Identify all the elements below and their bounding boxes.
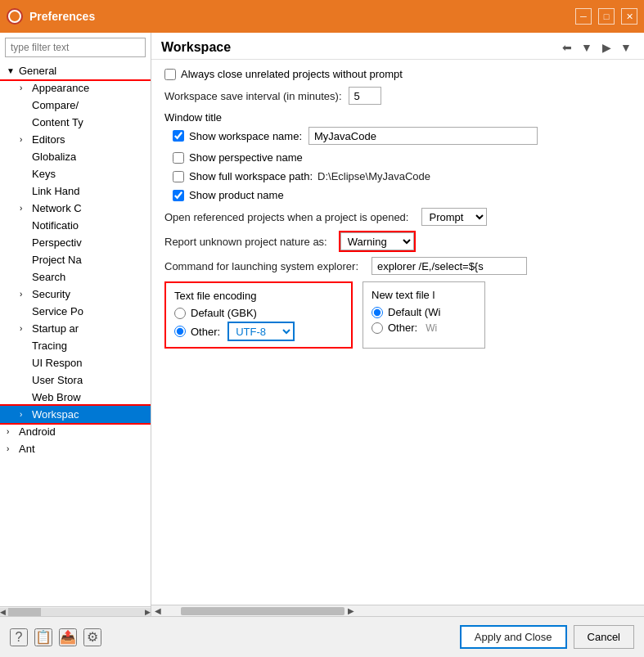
encoding-dropdown[interactable]: UTF-8 UTF-16 ISO-8859-1 GBK xyxy=(228,322,294,340)
show-productname-text: Show product name xyxy=(189,189,284,201)
report-unknown-dropdown[interactable]: Warning Error Ignore xyxy=(340,232,414,250)
sidebar-item-linkhand[interactable]: Link Hand xyxy=(0,182,151,200)
sidebar-item-editors[interactable]: ›Editors xyxy=(0,131,151,148)
sidebar-item-notifications[interactable]: Notificatio xyxy=(0,217,151,234)
sidebar-item-projectname[interactable]: Project Na xyxy=(0,251,151,268)
content-horizontal-scrollbar[interactable]: ◀ ▶ xyxy=(151,605,644,616)
sidebar-item-compare[interactable]: Compare/ xyxy=(0,97,151,114)
open-referenced-label: Open referenced projects when a project … xyxy=(164,211,408,223)
show-fullpath-row: Show full workspace path: D:\Eclipse\MyJ… xyxy=(173,170,631,182)
show-fullpath-label[interactable]: Show full workspace path: xyxy=(173,170,313,182)
show-workspace-label[interactable]: Show workspace name: xyxy=(173,130,302,142)
sidebar-item-uiresponse[interactable]: UI Respon xyxy=(0,354,151,371)
sidebar-item-android[interactable]: ›Android xyxy=(0,423,151,440)
show-workspace-row: Show workspace name: xyxy=(173,127,631,145)
sidebar-item-webbrow[interactable]: Web Brow xyxy=(0,389,151,406)
minimize-button[interactable]: ─ xyxy=(575,8,592,25)
arrow-icon: › xyxy=(7,444,16,453)
show-perspective-row: Show perspective name xyxy=(173,151,631,164)
sidebar-item-perspectives[interactable]: Perspectiv xyxy=(0,234,151,251)
show-productname-label[interactable]: Show product name xyxy=(173,189,284,201)
new-text-file-box: New text file l Default (Wi Other: Wi xyxy=(363,281,485,349)
main-container: ▼General›AppearanceCompare/Content Ty›Ed… xyxy=(0,33,644,616)
other-encoding-row: Other: UTF-8 UTF-16 ISO-8859-1 GBK xyxy=(174,322,343,340)
dropdown-icon[interactable]: ▶ xyxy=(598,39,615,56)
show-fullpath-checkbox[interactable] xyxy=(173,171,184,182)
scroll-left-arrow[interactable]: ◀ xyxy=(151,606,164,615)
maximize-button[interactable]: □ xyxy=(598,8,615,25)
always-close-checkbox[interactable] xyxy=(164,69,176,80)
new-text-other-value: Wi xyxy=(426,322,437,334)
show-perspective-text: Show perspective name xyxy=(189,151,303,164)
report-unknown-label: Report unknown project nature as: xyxy=(164,236,327,248)
sidebar-item-contenttype[interactable]: Content Ty xyxy=(0,114,151,131)
help-icon[interactable]: ? xyxy=(10,628,28,646)
sidebar-item-servicepo[interactable]: Service Po xyxy=(0,303,151,320)
sidebar-item-label: General xyxy=(19,65,56,77)
sidebar-item-userstorage[interactable]: User Stora xyxy=(0,371,151,389)
sidebar-item-general[interactable]: ▼General xyxy=(0,62,151,79)
always-close-label[interactable]: Always close unrelated projects without … xyxy=(164,68,403,80)
save-interval-input[interactable] xyxy=(349,87,381,105)
scroll-right-arrow[interactable]: ▶ xyxy=(345,606,358,615)
scroll-thumb[interactable] xyxy=(181,607,345,615)
arrow-icon: › xyxy=(20,324,29,333)
new-text-default-label[interactable]: Default (Wi xyxy=(388,306,440,318)
open-referenced-row: Open referenced projects when a project … xyxy=(164,208,631,226)
other-encoding-radio[interactable] xyxy=(174,326,186,337)
sidebar-item-label: Keys xyxy=(32,168,56,180)
show-perspective-checkbox[interactable] xyxy=(173,152,184,164)
sidebar-item-label: Workspac xyxy=(32,408,79,421)
default-encoding-label[interactable]: Default (GBK) xyxy=(191,307,257,319)
new-text-default-radio[interactable] xyxy=(372,307,383,318)
show-workspace-checkbox[interactable] xyxy=(173,130,184,142)
window-title-section: Window title Show workspace name: xyxy=(164,111,631,201)
new-text-default-row: Default (Wi xyxy=(372,306,476,318)
app-icon xyxy=(7,8,23,25)
default-encoding-row: Default (GBK) xyxy=(174,307,343,319)
sidebar-item-label: Perspectiv xyxy=(32,236,82,249)
sidebar-item-startupar[interactable]: ›Startup ar xyxy=(0,320,151,337)
show-workspace-text: Show workspace name: xyxy=(189,130,302,142)
default-encoding-radio[interactable] xyxy=(174,308,186,319)
show-productname-checkbox[interactable] xyxy=(173,190,184,201)
sidebar-item-label: UI Respon xyxy=(32,357,82,369)
sidebar-item-workspace[interactable]: ›Workspac xyxy=(0,406,151,423)
sidebar-item-search[interactable]: Search xyxy=(0,268,151,286)
new-text-other-label[interactable]: Other: xyxy=(388,322,417,334)
export-icon[interactable]: 📤 xyxy=(59,628,77,646)
show-perspective-label[interactable]: Show perspective name xyxy=(173,151,303,164)
cancel-button[interactable]: Cancel xyxy=(574,625,634,649)
close-button[interactable]: ✕ xyxy=(621,8,637,25)
filter-input[interactable] xyxy=(5,38,146,57)
sidebar-item-label: Link Hand xyxy=(32,185,80,197)
clipboard-icon[interactable]: 📋 xyxy=(34,628,52,646)
forward-icon[interactable]: ▼ xyxy=(579,39,595,56)
apply-and-close-button[interactable]: Apply and Close xyxy=(460,625,567,649)
sidebar-item-appearance[interactable]: ›Appearance xyxy=(0,79,151,97)
encoding-section: Text file encoding Default (GBK) Other: … xyxy=(164,281,631,357)
open-referenced-dropdown[interactable]: Prompt Always Never xyxy=(421,208,487,226)
sidebar-item-tracing[interactable]: Tracing xyxy=(0,337,151,354)
command-explorer-input[interactable] xyxy=(372,257,527,275)
other-encoding-label[interactable]: Other: xyxy=(191,326,220,338)
menu-icon[interactable]: ▼ xyxy=(618,39,634,56)
sidebar-item-label: User Stora xyxy=(32,374,83,386)
sidebar-item-security[interactable]: ›Security xyxy=(0,286,151,303)
settings-icon[interactable]: ⚙ xyxy=(83,628,101,646)
sidebar-item-label: Startup ar xyxy=(32,322,79,335)
sidebar-item-keys[interactable]: Keys xyxy=(0,165,151,182)
sidebar-item-label: Content Ty xyxy=(32,116,83,128)
command-explorer-label: Command for launching system explorer: xyxy=(164,260,358,272)
arrow-icon: › xyxy=(20,135,29,144)
workspace-name-input[interactable] xyxy=(308,127,538,145)
sidebar-item-ant[interactable]: ›Ant xyxy=(0,440,151,457)
sidebar-item-network[interactable]: ›Network C xyxy=(0,200,151,217)
back-icon[interactable]: ⬅ xyxy=(559,39,575,56)
title-bar: Preferences ─ □ ✕ xyxy=(0,0,644,33)
new-text-other-radio[interactable] xyxy=(372,322,383,334)
sidebar-horizontal-scrollbar[interactable]: ◀ ▶ xyxy=(0,606,151,616)
sidebar-item-label: Notificatio xyxy=(32,219,79,232)
content-title: Workspace xyxy=(161,40,231,55)
sidebar-item-globalization[interactable]: Globaliza xyxy=(0,148,151,165)
